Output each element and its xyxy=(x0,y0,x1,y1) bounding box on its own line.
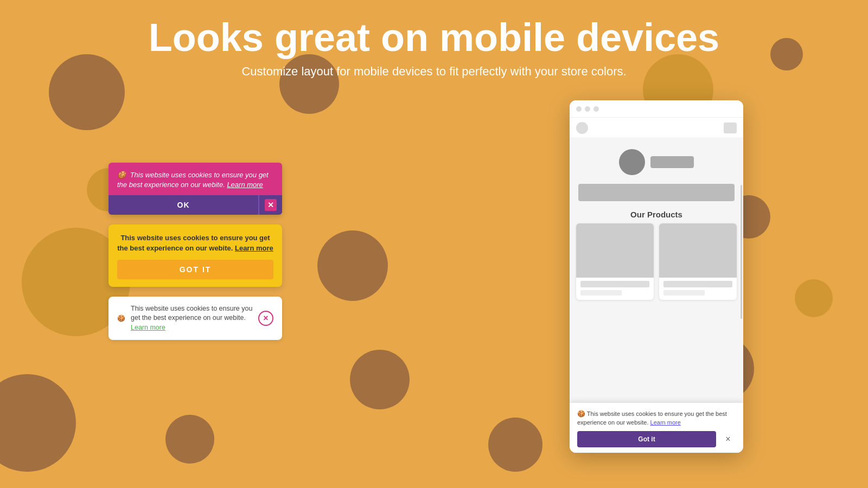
mockup-toolbar xyxy=(570,118,743,138)
mobile-mockup: Our Products 🍪 xyxy=(570,100,743,453)
mockup-cookie-text: 🍪 This website uses cookies to ensure yo… xyxy=(577,409,736,427)
banner-pink: 🍪 This website uses cookies to ensure yo… xyxy=(108,163,282,215)
mockup-close-button[interactable]: × xyxy=(720,432,736,447)
traffic-light-1 xyxy=(576,106,582,112)
banner-white-close-button[interactable]: × xyxy=(258,311,273,326)
mockup-product-img-1 xyxy=(576,223,654,278)
banner-yellow-learn-more[interactable]: Learn more xyxy=(235,244,273,252)
cookie-icon-1: 🍪 xyxy=(117,171,126,179)
banner-yellow-text: This website uses cookies to ensure you … xyxy=(117,233,273,253)
page-subtitle: Customize layout for mobile devices to f… xyxy=(0,65,868,79)
bg-circle-4 xyxy=(317,230,388,301)
cookie-icon-mockup: 🍪 xyxy=(577,410,585,418)
mockup-product-name-2 xyxy=(663,281,732,287)
mockup-product-info-1 xyxy=(576,278,654,300)
page-header: Looks great on mobile devices Customize … xyxy=(0,0,868,79)
mockup-product-card-2 xyxy=(659,223,737,300)
mockup-product-card-1 xyxy=(576,223,654,300)
bg-circle-9 xyxy=(0,374,76,472)
mockup-products xyxy=(570,223,743,300)
banner-yellow-got-it-button[interactable]: GOT IT xyxy=(117,260,273,279)
mockup-titlebar xyxy=(570,100,743,118)
banner-pink-close-button[interactable]: ✕ xyxy=(258,195,282,215)
mockup-product-info-2 xyxy=(659,278,737,300)
banner-pink-text: 🍪 This website uses cookies to ensure yo… xyxy=(108,163,282,195)
mockup-logo-text xyxy=(650,156,694,168)
traffic-light-2 xyxy=(585,106,590,112)
bg-circle-5 xyxy=(350,350,410,409)
mockup-scrollbar xyxy=(741,185,742,319)
mockup-product-name-1 xyxy=(580,281,649,287)
bg-circle-11 xyxy=(488,418,542,472)
banner-white: 🍪 This website uses cookies to ensure yo… xyxy=(108,297,282,341)
mockup-product-price-1 xyxy=(580,290,622,296)
bg-circle-13 xyxy=(795,279,833,317)
mockup-banner-rect xyxy=(578,184,735,201)
mockup-learn-more[interactable]: Learn more xyxy=(650,419,681,426)
banner-pink-learn-more[interactable]: Learn more xyxy=(227,181,263,189)
traffic-light-3 xyxy=(593,106,599,112)
mockup-product-price-2 xyxy=(663,290,705,296)
banner-pink-actions: OK ✕ xyxy=(108,195,282,215)
mockup-logo-circle xyxy=(619,149,645,175)
close-icon-3: × xyxy=(263,313,268,323)
mockup-section-title: Our Products xyxy=(570,204,743,223)
banner-yellow: This website uses cookies to ensure you … xyxy=(108,224,282,286)
banners-container: 🍪 This website uses cookies to ensure yo… xyxy=(108,163,282,340)
banner-pink-ok-button[interactable]: OK xyxy=(108,195,258,215)
mockup-got-it-button[interactable]: Got it xyxy=(577,431,716,447)
page-title: Looks great on mobile devices xyxy=(0,16,868,59)
mockup-product-img-2 xyxy=(659,223,737,278)
mockup-cookie-banner: 🍪 This website uses cookies to ensure yo… xyxy=(570,403,743,453)
banner-white-text: This website uses cookies to ensure you … xyxy=(131,304,253,333)
banner-white-learn-more[interactable]: Learn more xyxy=(131,324,165,331)
mockup-body: Our Products 🍪 xyxy=(570,118,743,453)
mockup-cookie-actions: Got it × xyxy=(577,431,736,447)
cookie-icon-3: 🍪 xyxy=(117,314,125,322)
mockup-logo-area xyxy=(570,138,743,181)
close-x-icon: ✕ xyxy=(265,199,277,211)
bg-circle-10 xyxy=(165,415,214,464)
mockup-search-icon xyxy=(576,122,588,134)
mockup-cart-icon xyxy=(724,123,737,133)
